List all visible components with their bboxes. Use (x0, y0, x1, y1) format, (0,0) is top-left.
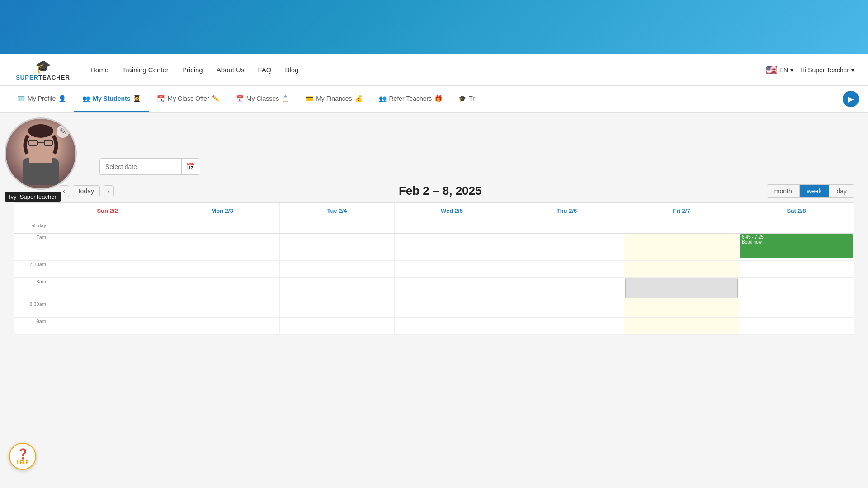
all-day-tue (280, 219, 395, 233)
date-input-wrapper: 📅 (99, 158, 200, 175)
cell-sun-7am[interactable] (50, 234, 165, 260)
all-day-row: all-day (14, 219, 854, 234)
tab-my-profile[interactable]: 🪪 My Profile 👤 (9, 86, 74, 112)
cal-next-button[interactable]: › (104, 185, 114, 197)
cell-thu-9am[interactable] (509, 318, 624, 334)
nav-training[interactable]: Training Center (122, 66, 169, 74)
cell-fri-8am[interactable] (624, 278, 739, 300)
class-offer-icon: 📆 (157, 95, 165, 102)
profile-emoji: 👤 (58, 95, 66, 102)
cell-mon-9am[interactable] (165, 318, 280, 334)
language-selector[interactable]: 🇺🇸 EN ▾ (766, 65, 793, 75)
cell-mon-8am[interactable] (165, 278, 280, 300)
cell-wed-730am[interactable] (395, 261, 509, 277)
cell-tue-730am[interactable] (280, 261, 395, 277)
cell-wed-8am[interactable] (395, 278, 509, 300)
cell-tue-8am[interactable] (280, 278, 395, 300)
nav-links: Home Training Center Pricing About Us FA… (90, 66, 766, 74)
arrow-icon: ▶ (848, 94, 854, 104)
students-icon: 👥 (82, 95, 90, 102)
cell-sun-730am[interactable] (50, 261, 165, 277)
view-week-button[interactable]: week (800, 185, 830, 197)
tab-my-classes[interactable]: 📅 My Classes 📋 (228, 86, 297, 112)
calendar-grid: Sun 2/2 Mon 2/3 Tue 2/4 Wed 2/5 Thu 2/6 … (14, 202, 854, 335)
cell-sun-830am[interactable] (50, 300, 165, 317)
cell-sun-9am[interactable] (50, 318, 165, 334)
cell-wed-7am[interactable] (395, 234, 509, 260)
cell-sun-8am[interactable] (50, 278, 165, 300)
cell-sat-7am[interactable]: 6:45 - 7:25 Book now (739, 234, 854, 260)
cell-sat-9am[interactable] (739, 318, 854, 334)
flag-icon: 🇺🇸 (766, 65, 777, 75)
tab-refer-teachers[interactable]: 👥 Refer Teachers 🎁 (371, 86, 451, 112)
webcam-edit-icon[interactable]: ✎ (57, 125, 69, 138)
cell-tue-830am[interactable] (280, 300, 395, 317)
all-day-fri (624, 219, 739, 233)
tab-my-class-offer[interactable]: 📆 My Class Offer ✏️ (149, 86, 227, 112)
finances-icon: 💳 (306, 95, 313, 102)
date-input[interactable] (100, 160, 181, 174)
date-picker-row: 📅 (99, 158, 854, 175)
cell-wed-830am[interactable] (395, 300, 509, 317)
cell-mon-7am[interactable] (165, 234, 280, 260)
tab-my-students[interactable]: 👥 My Students 👩‍🎓 (74, 86, 149, 112)
logo[interactable]: 🎓 SUPERTEACHER (14, 59, 72, 81)
view-day-button[interactable]: day (829, 185, 854, 197)
help-button[interactable]: ❓ HELP (9, 443, 36, 470)
finances-emoji: 💰 (355, 95, 363, 102)
view-month-button[interactable]: month (767, 185, 800, 197)
tab-my-classes-label: My Classes (246, 95, 279, 102)
cell-thu-7am[interactable] (509, 234, 624, 260)
nav-blog[interactable]: Blog (285, 66, 298, 74)
event-book-now[interactable]: 6:45 - 7:25 Book now (740, 234, 853, 258)
cell-sat-8am[interactable] (739, 278, 854, 300)
cell-tue-7am[interactable] (280, 234, 395, 260)
user-greeting-text: Hi Super Teacher (800, 66, 849, 74)
nav-faq[interactable]: FAQ (258, 66, 271, 74)
all-day-sat (739, 219, 854, 233)
help-label: HELP (17, 460, 29, 465)
all-day-mon (165, 219, 280, 233)
nav-home[interactable]: Home (90, 66, 108, 74)
cell-thu-8am[interactable] (509, 278, 624, 300)
webcam-label: Ivy_SuperTeacher (5, 192, 61, 202)
sub-nav: 🪪 My Profile 👤 👥 My Students 👩‍🎓 📆 My Cl… (0, 86, 868, 113)
time-row-730am: 7:30am (14, 261, 854, 278)
view-selector: month week day (767, 184, 854, 198)
cell-fri-830am[interactable] (624, 300, 739, 317)
tab-my-class-offer-label: My Class Offer (167, 95, 209, 102)
cell-thu-830am[interactable] (509, 300, 624, 317)
refer-icon: 👥 (379, 95, 387, 102)
cell-fri-730am[interactable] (624, 261, 739, 277)
cal-header-tue: Tue 2/4 (280, 203, 395, 219)
user-greeting[interactable]: Hi Super Teacher ▾ (800, 66, 854, 74)
sub-nav-arrow[interactable]: ▶ (843, 91, 859, 107)
cell-mon-730am[interactable] (165, 261, 280, 277)
help-icon: ❓ (17, 448, 29, 460)
cell-mon-830am[interactable] (165, 300, 280, 317)
cell-fri-7am[interactable] (624, 234, 739, 260)
time-label-730am: 7:30am (14, 261, 50, 277)
cell-sat-730am[interactable] (739, 261, 854, 277)
all-day-wed (395, 219, 509, 233)
cell-thu-730am[interactable] (509, 261, 624, 277)
calendar-controls: ‹ today › Feb 2 – 8, 2025 month week day (14, 184, 854, 198)
event-time: 6:45 - 7:25 (742, 235, 851, 239)
tab-training2[interactable]: 🎓 Tr (450, 86, 483, 112)
logo-icon: 🎓 (35, 59, 51, 74)
svg-rect-2 (29, 154, 52, 163)
event-gray[interactable] (625, 278, 738, 298)
nav-about[interactable]: About Us (217, 66, 245, 74)
cell-fri-9am[interactable] (624, 318, 739, 334)
tab-my-finances[interactable]: 💳 My Finances 💰 (297, 86, 370, 112)
calendar-title: Feb 2 – 8, 2025 (399, 184, 482, 198)
today-button[interactable]: today (73, 185, 100, 197)
cal-header-fri: Fri 2/7 (624, 203, 739, 219)
top-banner (0, 0, 868, 54)
cell-wed-9am[interactable] (395, 318, 509, 334)
nav-pricing[interactable]: Pricing (182, 66, 203, 74)
calendar-toggle-button[interactable]: 📅 (181, 159, 200, 174)
students-emoji: 👩‍🎓 (133, 95, 141, 102)
cell-sat-830am[interactable] (739, 300, 854, 317)
cell-tue-9am[interactable] (280, 318, 395, 334)
